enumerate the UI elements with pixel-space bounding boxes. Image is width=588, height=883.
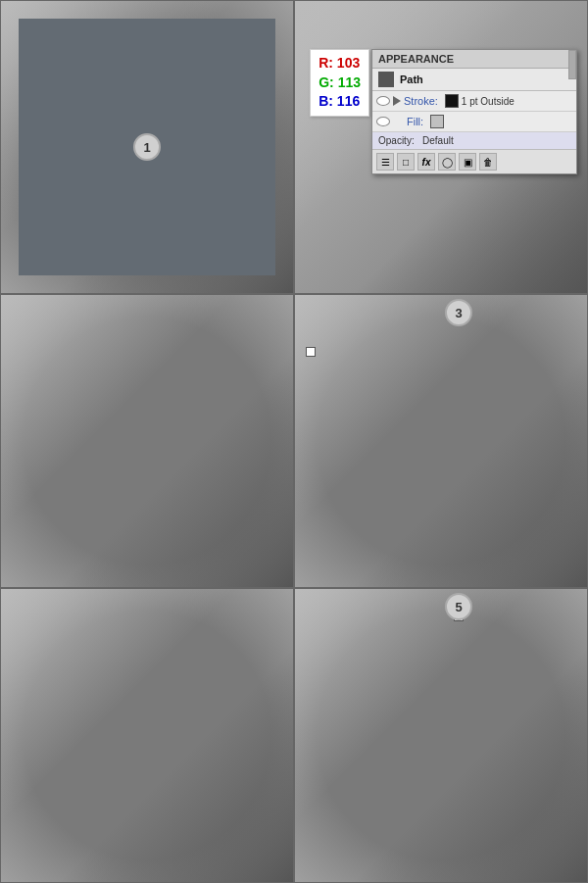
cell-top-right: R: 103 G: 113 B: 116 APPEARANCE Path Str… [294,0,588,294]
label-5: 5 [445,593,472,620]
path-label: Path [400,74,423,85]
cell-4: 15 15 160 15 4 [0,588,294,883]
fill-swatch[interactable] [430,115,444,128]
stroke-value: 1 pt Outside [462,96,572,107]
panel-path-row: Path [372,69,576,91]
fill-visibility-eye[interactable] [376,117,390,126]
panel-toolbar: ☰ □ fx ◯ ▣ 🗑 [372,149,576,173]
scrollbar-thumb[interactable] [568,50,576,79]
path-icon [378,72,394,87]
handle-left-top[interactable] [306,347,316,357]
stroke-expand-arrow[interactable] [393,96,401,106]
rgb-display: R: 103 G: 113 B: 116 [310,49,369,117]
toolbar-square-btn[interactable]: □ [397,153,415,171]
stroke-label: Stroke: [404,95,438,107]
fill-label: Fill: [407,116,423,127]
toolbar-menu-btn[interactable]: ☰ [376,153,394,171]
stroke-visibility-eye[interactable] [376,96,390,106]
rgb-b-value: B: 116 [318,92,361,112]
cell-5: 5 [294,588,588,883]
panel-scrollbar[interactable] [568,50,576,69]
appearance-panel: APPEARANCE Path Stroke: 1 pt Outside [371,49,577,174]
cell-1: 1 [0,0,294,294]
cell-1-inner: 1 [19,19,275,275]
cell-3: 3 [294,294,588,588]
opacity-label: Opacity: [378,135,415,146]
label-1: 1 [133,133,161,161]
toolbar-fx-btn[interactable]: fx [417,153,435,171]
rgb-r-value: R: 103 [318,54,361,74]
opacity-value: Default [422,135,454,146]
fill-row: Fill: [372,112,576,132]
label-3: 3 [445,299,472,326]
toolbar-trash-btn[interactable]: 🗑 [479,153,497,171]
rgb-g-value: G: 113 [318,74,361,93]
stroke-row: Stroke: 1 pt Outside [372,91,576,112]
opacity-row: Opacity: Default [372,132,576,149]
panel-header: APPEARANCE [372,50,576,69]
cell-2: 15 15 10 10 160 160 2 [0,294,294,588]
stroke-swatch[interactable] [445,94,459,108]
toolbar-circle-btn[interactable]: ◯ [438,153,456,171]
toolbar-layer-btn[interactable]: ▣ [459,153,476,171]
main-grid: 1 R: 103 G: 113 B: 116 APPEARANCE Path [0,0,588,883]
